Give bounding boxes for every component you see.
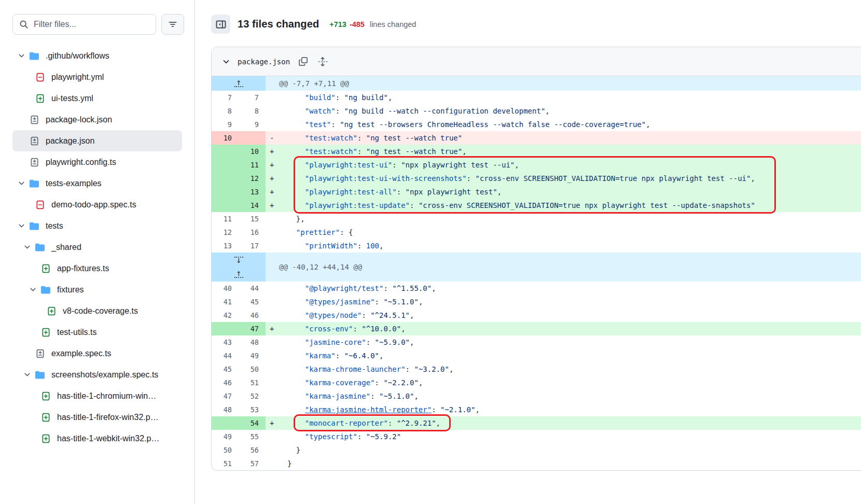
old-line-number[interactable]: 40 xyxy=(212,282,239,295)
new-line-number[interactable]: 14 xyxy=(239,199,266,212)
chevron-down-icon[interactable] xyxy=(17,222,25,230)
old-line-number[interactable]: 47 xyxy=(212,389,239,403)
tree-file-has-title-1-webkit-win32-p-[interactable]: has-title-1-webkit-win32.p… xyxy=(12,428,182,449)
tree-folder--github-workflows[interactable]: .github/workflows xyxy=(12,45,182,66)
old-line-number[interactable]: 48 xyxy=(212,403,239,416)
tree-file-playwright-config-ts[interactable]: playwright.config.ts xyxy=(12,151,182,173)
new-line-number[interactable]: 9 xyxy=(239,118,266,131)
new-line-number[interactable]: 48 xyxy=(239,335,266,349)
tree-folder--shared[interactable]: _shared xyxy=(12,236,182,258)
old-line-number[interactable]: 11 xyxy=(212,212,239,226)
old-line-number[interactable] xyxy=(212,172,239,185)
tree-file-ui-tests-yml[interactable]: ui-tests.yml xyxy=(12,88,182,109)
tree-file-package-lock-json[interactable]: package-lock.json xyxy=(12,109,182,130)
old-line-number[interactable]: 51 xyxy=(212,457,239,470)
diff-line: 88 "watch": "ng build --watch --configur… xyxy=(212,104,861,118)
new-line-number[interactable]: 15 xyxy=(239,212,266,226)
old-line-number[interactable]: 45 xyxy=(212,362,239,376)
copy-path-button[interactable] xyxy=(297,55,309,67)
new-line-number[interactable]: 52 xyxy=(239,389,266,403)
new-line-number[interactable] xyxy=(239,131,266,145)
filter-files-input[interactable] xyxy=(34,20,149,29)
old-line-number[interactable]: 41 xyxy=(212,295,239,309)
old-line-number[interactable]: 44 xyxy=(212,349,239,362)
file-tree-label: v8-code-coverage.ts xyxy=(63,306,138,316)
file-name[interactable]: package.json xyxy=(238,58,290,66)
new-line-number[interactable]: 50 xyxy=(239,362,266,376)
new-line-number[interactable]: 46 xyxy=(239,309,266,322)
expand-all-hunks-button[interactable] xyxy=(316,55,329,68)
chevron-down-icon[interactable] xyxy=(17,179,25,187)
old-line-number[interactable] xyxy=(212,416,239,430)
tree-file-demo-todo-app-spec-ts[interactable]: demo-todo-app.spec.ts xyxy=(12,194,182,215)
new-line-number[interactable]: 49 xyxy=(239,349,266,362)
tree-folder-screenshots-example-spec-ts[interactable]: screenshots/example.spec.ts xyxy=(12,364,182,385)
tree-file-test-utils-ts[interactable]: test-utils.ts xyxy=(12,321,182,343)
new-line-number[interactable]: 45 xyxy=(239,295,266,309)
old-line-number[interactable]: 9 xyxy=(212,118,239,131)
new-line-number[interactable]: 57 xyxy=(239,457,266,470)
chevron-down-icon[interactable] xyxy=(17,52,25,60)
new-line-number[interactable]: 55 xyxy=(239,430,266,443)
expand-down-button[interactable]: ↓ xyxy=(212,253,266,267)
code-content: "karma-chrome-launcher": "~3.2.0", xyxy=(281,362,861,376)
file-tree-label: tests-examples xyxy=(46,179,102,188)
new-line-number[interactable]: 17 xyxy=(239,239,266,253)
old-line-number[interactable]: 8 xyxy=(212,104,239,118)
tree-file-example-spec-ts[interactable]: example.spec.ts xyxy=(12,343,182,364)
new-line-number[interactable]: 13 xyxy=(239,185,266,199)
old-line-number[interactable]: 49 xyxy=(212,430,239,443)
diff-sign xyxy=(266,295,281,309)
file-status-added-icon xyxy=(41,391,50,401)
new-line-number[interactable]: 56 xyxy=(239,443,266,457)
expand-up-arrow-icon: ↑ xyxy=(236,80,241,86)
filter-files-inputbox[interactable] xyxy=(12,14,156,35)
old-line-number[interactable] xyxy=(212,199,239,212)
old-line-number[interactable]: 50 xyxy=(212,443,239,457)
old-line-number[interactable]: 12 xyxy=(212,226,239,239)
new-line-number[interactable]: 11 xyxy=(239,158,266,172)
filter-options-button[interactable] xyxy=(161,14,184,35)
new-line-number[interactable]: 54 xyxy=(239,416,266,430)
chevron-down-icon[interactable] xyxy=(23,243,31,251)
tree-folder-tests[interactable]: tests xyxy=(12,215,182,236)
old-line-number[interactable] xyxy=(212,158,239,172)
old-line-number[interactable]: 7 xyxy=(212,91,239,104)
old-line-number[interactable]: 42 xyxy=(212,309,239,322)
old-line-number[interactable] xyxy=(212,145,239,158)
new-line-number[interactable]: 8 xyxy=(239,104,266,118)
collapse-sidebar-button[interactable] xyxy=(211,15,230,34)
tree-file-playwright-yml[interactable]: playwright.yml xyxy=(12,66,182,88)
expand-up-button[interactable]: ↑ xyxy=(212,267,266,282)
tree-folder-tests-examples[interactable]: tests-examples xyxy=(12,173,182,194)
collapse-file-chevron[interactable] xyxy=(222,58,230,66)
code-content: "test:watch": "ng test --watch true", xyxy=(281,145,861,158)
unfold-icon xyxy=(317,57,328,67)
old-line-number[interactable]: 46 xyxy=(212,376,239,389)
tree-file-package-json[interactable]: package.json xyxy=(12,130,182,151)
tree-file-has-title-1-chromium-win-[interactable]: has-title-1-chromium-win… xyxy=(12,385,182,407)
expand-up-button[interactable]: ↑ xyxy=(212,76,266,91)
code-content: "karma-coverage": "~2.2.0", xyxy=(281,376,861,389)
old-line-number[interactable]: 10 xyxy=(212,131,239,145)
old-line-number[interactable] xyxy=(212,322,239,335)
old-line-number[interactable] xyxy=(212,185,239,199)
diff-sign: + xyxy=(266,172,281,185)
old-line-number[interactable]: 43 xyxy=(212,335,239,349)
new-line-number[interactable]: 53 xyxy=(239,403,266,416)
new-line-number[interactable]: 12 xyxy=(239,172,266,185)
chevron-down-icon[interactable] xyxy=(29,286,37,293)
tree-folder-fixtures[interactable]: fixtures xyxy=(12,279,182,300)
new-line-number[interactable]: 51 xyxy=(239,376,266,389)
new-line-number[interactable]: 10 xyxy=(239,145,266,158)
tree-file-app-fixtures-ts[interactable]: app-fixtures.ts xyxy=(12,258,182,279)
chevron-down-icon[interactable] xyxy=(23,371,31,379)
tree-file-v8-code-coverage-ts[interactable]: v8-code-coverage.ts xyxy=(12,300,182,321)
new-line-number[interactable]: 44 xyxy=(239,282,266,295)
new-line-number[interactable]: 7 xyxy=(239,91,266,104)
old-line-number[interactable]: 13 xyxy=(212,239,239,253)
file-status-modified-icon xyxy=(30,136,39,146)
tree-file-has-title-1-firefox-win32-p-[interactable]: has-title-1-firefox-win32.p… xyxy=(12,407,182,428)
new-line-number[interactable]: 16 xyxy=(239,226,266,239)
new-line-number[interactable]: 47 xyxy=(239,322,266,335)
